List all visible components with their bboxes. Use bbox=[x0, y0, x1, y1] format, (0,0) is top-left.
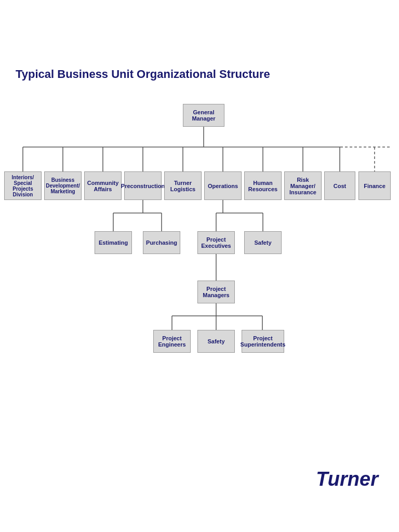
box-safety-2: Safety bbox=[197, 330, 235, 353]
box-project-executives: ProjectExecutives bbox=[197, 231, 235, 254]
turner-logo: Turner bbox=[316, 468, 378, 490]
box-estimating: Estimating bbox=[95, 231, 132, 254]
box-interiors: Interiors/Special ProjectsDivision bbox=[4, 171, 42, 200]
box-safety-1: Safety bbox=[244, 231, 282, 254]
box-purchasing: Purchasing bbox=[143, 231, 180, 254]
box-finance: Finance bbox=[358, 171, 391, 200]
box-general-manager: General Manager bbox=[183, 104, 224, 127]
box-cost: Cost bbox=[324, 171, 355, 200]
box-project-engineers: ProjectEngineers bbox=[153, 330, 191, 353]
box-human-resources: HumanResources bbox=[244, 171, 282, 200]
page-title: Typical Business Unit Organizational Str… bbox=[16, 68, 270, 81]
box-risk-manager: RiskManager/Insurance bbox=[284, 171, 322, 200]
box-project-superintendents: ProjectSuperintendents bbox=[242, 330, 284, 353]
box-operations: Operations bbox=[204, 171, 242, 200]
box-preconstruction: Preconstruction bbox=[124, 171, 162, 200]
box-turner-logistics: TurnerLogistics bbox=[164, 171, 202, 200]
box-business-dev: BusinessDevelopment/Marketing bbox=[44, 171, 82, 200]
box-project-managers: ProjectManagers bbox=[197, 281, 235, 303]
box-community-affairs: CommunityAffairs bbox=[84, 171, 122, 200]
